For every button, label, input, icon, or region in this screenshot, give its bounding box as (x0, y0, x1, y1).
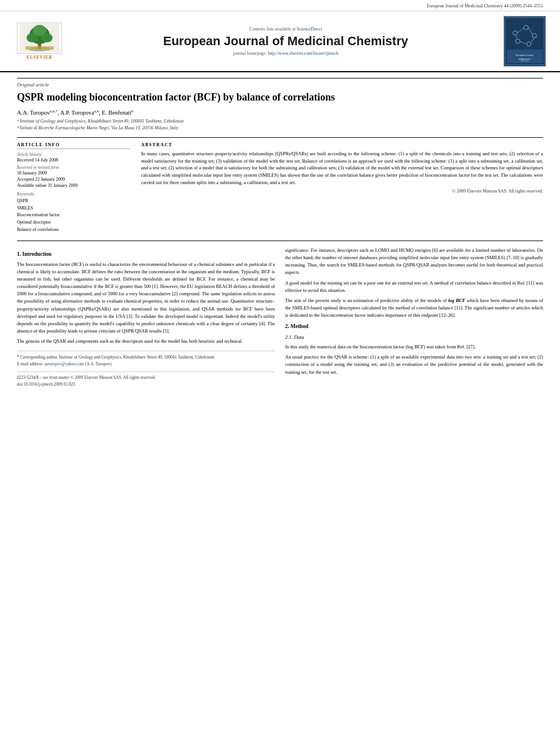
elsevier-brand-label: ELSEVIER (27, 55, 53, 60)
journal-cover-area: European Journal of Medicinal Chemistry (504, 16, 549, 67)
accepted-date: Accepted 22 January 2009 (17, 177, 130, 182)
revised-label: Received in revised form (17, 165, 130, 170)
svg-point-6 (33, 25, 46, 36)
contents-available-text: Contents lists available at (250, 27, 297, 32)
abstract-text: In many cases, quantitative structure–pr… (141, 150, 543, 186)
method-data-para-2: An usual practice for the QSAR is scheme… (285, 353, 543, 376)
svg-text:European Journal: European Journal (516, 54, 533, 56)
abstract-heading: ABSTRACT (141, 142, 543, 147)
footnote-email: E-mail address: aatoropov@yahoo.com (A.A… (17, 361, 275, 367)
journal-citation-text: European Journal of Medicinal Chemistry … (427, 3, 543, 8)
bottom-doi: doi:10.1016/j.ejmech.2009.01.023 (17, 381, 275, 388)
logo-tree-icon (20, 24, 59, 53)
body-left-column: 1. Introduction The bioconcentration fac… (17, 247, 275, 387)
homepage-link[interactable]: http://www.elsevier.com/locate/ejmech (268, 51, 338, 56)
article-meta-section: ARTICLE INFO Article history: Received 1… (17, 137, 543, 234)
article-type: Original article (17, 78, 543, 88)
journal-citation-bar: European Journal of Medicinal Chemistry … (0, 0, 560, 11)
affiliation-b: ᵇ Istituto di Ricerche Farmacologiche Ma… (17, 125, 543, 132)
intro-section-title: 1. Introduction (17, 250, 275, 259)
abstract-copyright: © 2009 Elsevier Masson SAS. All rights r… (141, 189, 543, 194)
svg-text:Chemistry: Chemistry (520, 60, 529, 62)
authors-line: A.A. Toropova,b,*, A.P. Toropovaa,b, E. … (17, 108, 543, 116)
received-date: Received 14 July 2008 (17, 158, 130, 163)
abstract-column: ABSTRACT In many cases, quantitative str… (141, 142, 543, 234)
method-data-para-1: In this study the numerical data on the … (285, 343, 543, 351)
article-content: Original article QSPR modeling bioconcen… (0, 72, 560, 399)
article-title: QSPR modeling bioconcentration factor (B… (17, 91, 543, 104)
revised-date: 18 January 2009 (17, 171, 130, 176)
intro-para-2: The genesis of the QSAR and components s… (17, 338, 275, 345)
history-heading: Article history: (17, 152, 130, 157)
page: European Journal of Medicinal Chemistry … (0, 0, 560, 747)
logo-image (17, 23, 62, 54)
homepage-label: journal homepage: (233, 51, 268, 56)
data-subsection-title: 2.1. Data (285, 334, 543, 342)
keyword-bcf: Bioconcentration factor (17, 212, 130, 219)
keyword-balance: Balance of correlations (17, 226, 130, 234)
footnote-area: * Corresponding author. Institute of Geo… (17, 351, 275, 367)
keyword-smiles: SMILES (17, 205, 130, 212)
email-link[interactable]: aatoropov@yahoo.com (45, 361, 84, 366)
keyword-optimal: Optimal descriptor (17, 219, 130, 226)
journal-homepage: journal homepage: http://www.elsevier.co… (68, 51, 504, 56)
affiliation-a: ᵃ Institute of Geology and Geophysics, K… (17, 118, 543, 125)
article-info-column: ARTICLE INFO Article history: Received 1… (17, 142, 130, 234)
bottom-issn: 0223-5234/$ – see front matter © 2009 El… (17, 374, 275, 381)
affiliations: ᵃ Institute of Geology and Geophysics, K… (17, 118, 543, 132)
svg-rect-7 (25, 46, 54, 50)
body-right-column: significance. For instance, descriptors … (285, 247, 543, 387)
intro-para-1: The bioconcentration factor (BCF) is use… (17, 261, 275, 335)
sciencedirect-line: Contents lists available at ScienceDirec… (68, 27, 504, 32)
available-date: Available online 31 January 2009 (17, 183, 130, 188)
email-label: E-mail address: (17, 361, 45, 366)
footnote-corresponding: * Corresponding author. Institute of Geo… (17, 354, 275, 360)
right-intro-para-1: significance. For instance, descriptors … (285, 247, 543, 277)
article-info-heading: ARTICLE INFO (17, 142, 130, 149)
article-body: 1. Introduction The bioconcentration fac… (17, 241, 543, 387)
elsevier-logo: ELSEVIER (11, 23, 68, 60)
journal-title: European Journal of Medicinal Chemistry (68, 34, 504, 49)
elsevier-logo-area: ELSEVIER (11, 23, 68, 60)
intro-section-label: Introduction (23, 251, 52, 257)
intro-section-number: 1. (17, 251, 23, 257)
journal-title-area: Contents lists available at ScienceDirec… (68, 27, 504, 56)
right-intro-para-3: The aim of the present study is an estim… (285, 297, 543, 320)
method-section-title: 2. Method (285, 322, 543, 331)
email-author: (A.A. Toropov). (84, 361, 112, 366)
journal-cover-image: European Journal of Medicinal Chemistry (504, 16, 546, 67)
author-3: E. Benfenatib (102, 110, 133, 116)
right-intro-para-2: A good model for the training set can be… (285, 279, 543, 294)
sciencedirect-link[interactable]: ScienceDirect (297, 27, 322, 32)
journal-header: ELSEVIER Contents lists available at Sci… (0, 11, 560, 72)
author-2: A.P. Toropovaa,b (60, 110, 99, 116)
author-1: A.A. Toropova,b,* (17, 110, 58, 116)
keywords-heading: Keywords: (17, 191, 130, 196)
keyword-qspr: QSPR (17, 198, 130, 205)
